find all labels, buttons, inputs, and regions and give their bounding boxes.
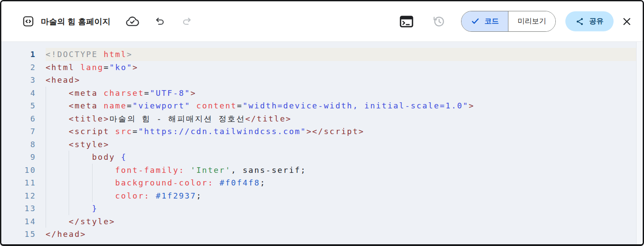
code-area: 1<!DOCTYPE html>2<html lang="ko">3<head>… [1,48,643,241]
code-text[interactable]: <title>마술의 힘 - 해피매지션 정호선</title> [46,112,643,125]
indent-guide [69,189,69,202]
indent-guide [69,202,69,215]
code-text[interactable]: body { [46,151,643,164]
code-text[interactable]: <html lang="ko"> [46,61,643,74]
line-number: 13 [1,202,46,215]
code-file-icon [22,15,34,27]
document-title[interactable]: 마술의 힘 홈페이지 [41,16,110,27]
line-number: 2 [1,61,46,74]
line-number: 8 [1,138,46,151]
close-icon[interactable] [621,16,632,27]
terminal-icon[interactable] [400,16,413,27]
share-button[interactable]: 공유 [565,11,614,31]
share-icon [575,17,584,26]
line-number: 11 [1,176,46,189]
toolbar: 마술의 힘 홈페이지 [1,1,643,42]
code-line[interactable]: 8 <style> [1,138,643,151]
indent-guide [69,176,69,189]
indent-guide [46,176,46,189]
line-number: 7 [1,125,46,138]
code-line[interactable]: 1<!DOCTYPE html> [1,48,643,61]
code-text[interactable]: <meta name="viewport" content="width=dev… [46,99,643,112]
line-number: 9 [1,151,46,164]
app-window: 마술의 힘 홈페이지 [0,0,644,246]
tab-preview-label: 미리보기 [518,17,546,26]
indent-guide [46,99,46,112]
code-text[interactable]: } [46,202,643,215]
code-text[interactable]: <script src="https://cdn.tailwindcss.com… [46,125,643,138]
code-editor[interactable]: 1<!DOCTYPE html>2<html lang="ko">3<head>… [1,42,643,244]
code-line[interactable]: 14 </style> [1,215,643,228]
indent-guide [92,189,93,202]
tab-code-label: 코드 [485,17,499,26]
scrollbar[interactable] [636,42,643,244]
indent-guide [46,125,46,138]
line-number: 14 [1,215,46,228]
line-number: 10 [1,164,46,177]
code-text[interactable]: <!DOCTYPE html> [46,48,643,61]
line-number: 6 [1,112,46,125]
history-icon[interactable] [432,15,445,28]
indent-guide [92,164,93,177]
code-line[interactable]: 9 body { [1,151,643,164]
indent-guide [46,189,46,202]
line-number: 12 [1,189,46,202]
code-text[interactable]: font-family: 'Inter', sans-serif; [46,164,643,177]
code-text[interactable]: <style> [46,138,643,151]
check-icon [471,17,480,26]
indent-guide [92,176,93,189]
code-text[interactable]: <meta charset="UTF-8"> [46,87,643,100]
cloud-done-icon[interactable] [125,14,139,29]
code-line[interactable]: 2<html lang="ko"> [1,61,643,74]
code-line[interactable]: 11 background-color: #f0f4f8; [1,176,643,189]
code-line[interactable]: 4 <meta charset="UTF-8"> [1,87,643,100]
code-text[interactable]: color: #1f2937; [46,189,643,202]
code-text[interactable]: </head> [46,228,643,241]
line-number: 15 [1,228,46,241]
indent-guide [46,151,46,164]
tab-preview[interactable]: 미리보기 [508,11,555,31]
share-label: 공유 [589,17,604,26]
code-line[interactable]: 5 <meta name="viewport" content="width=d… [1,99,643,112]
code-text[interactable]: <head> [46,74,643,87]
indent-guide [46,138,46,151]
tab-code[interactable]: 코드 [461,11,508,31]
line-number: 3 [1,74,46,87]
undo-icon[interactable] [154,16,166,27]
redo-icon[interactable] [181,16,193,27]
indent-guide [46,215,46,228]
code-line[interactable]: 15</head> [1,228,643,241]
indent-guide [46,164,46,177]
indent-guide [46,87,46,100]
code-line[interactable]: 3<head> [1,74,643,87]
line-number: 4 [1,87,46,100]
code-line[interactable]: 6 <title>마술의 힘 - 해피매지션 정호선</title> [1,112,643,125]
code-text[interactable]: background-color: #f0f4f8; [46,176,643,189]
code-preview-toggle: 코드 미리보기 [461,11,556,32]
indent-guide [46,112,46,125]
line-number: 5 [1,99,46,112]
indent-guide [69,151,69,164]
code-line[interactable]: 13 } [1,202,643,215]
code-line[interactable]: 7 <script src="https://cdn.tailwindcss.c… [1,125,643,138]
code-text[interactable]: </style> [46,215,643,228]
line-number: 1 [1,48,46,61]
indent-guide [46,202,46,215]
code-line[interactable]: 10 font-family: 'Inter', sans-serif; [1,164,643,177]
code-line[interactable]: 12 color: #1f2937; [1,189,643,202]
indent-guide [69,164,69,177]
